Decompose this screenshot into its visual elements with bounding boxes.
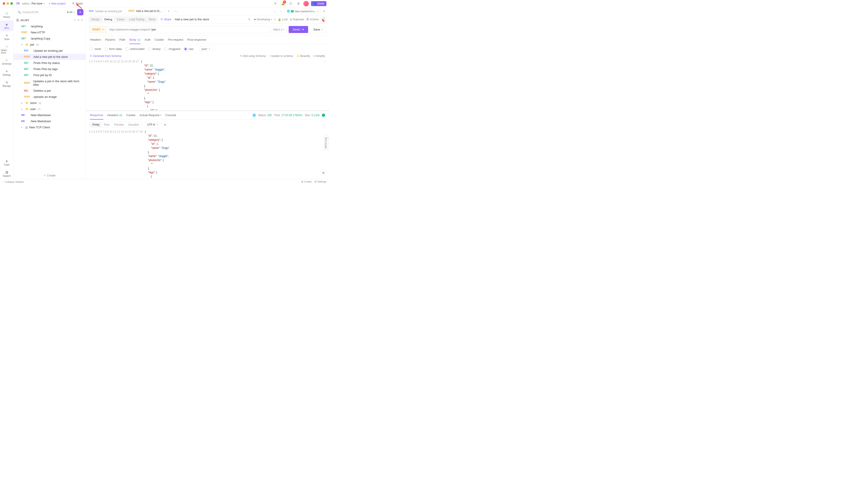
response-body-viewer[interactable]: 1 2 3 4 5 6 7 8 9 10 11 12 13 14 15 16 1… bbox=[86, 130, 329, 179]
tab-update-pet[interactable]: PUT Update an existing pet bbox=[86, 7, 125, 15]
list-item[interactable]: ▸📁store(4) bbox=[13, 100, 86, 106]
body-type-binary[interactable]: binary bbox=[148, 47, 160, 51]
list-item[interactable]: GETFind pet by ID bbox=[13, 72, 86, 78]
search-input[interactable]: 🔍 Keyword/URL bbox=[16, 10, 64, 15]
req-tab-path[interactable]: Path bbox=[119, 38, 125, 44]
raw-format-select[interactable]: json ▾ bbox=[199, 46, 213, 51]
add-button[interactable]: + bbox=[77, 9, 84, 15]
tab-debug[interactable]: Debug bbox=[102, 17, 114, 22]
rail-schemas[interactable]: ⬡Schemas bbox=[0, 56, 13, 67]
list-item[interactable]: GETFinds Pets by tags bbox=[13, 66, 86, 72]
grid-icon[interactable]: ⊞ bbox=[296, 1, 301, 6]
tab-prev[interactable]: ‹ bbox=[272, 8, 278, 14]
tab-add-pet[interactable]: POST Add a new pet to th... bbox=[125, 7, 165, 15]
sort-icon[interactable]: ⇅ bbox=[81, 19, 83, 22]
rail-apis[interactable]: ▣APIs bbox=[0, 21, 13, 31]
send-button[interactable]: Send ▾ bbox=[289, 26, 308, 33]
list-item[interactable]: ▸▤New TCP Client bbox=[13, 124, 86, 130]
panel-icon[interactable]: ◫ bbox=[288, 1, 293, 6]
list-item[interactable]: GET/anything Copy bbox=[13, 35, 86, 41]
bookmark-icon[interactable]: 🔖 bbox=[320, 18, 326, 23]
list-item[interactable]: POSTAdd a new pet to the store bbox=[13, 54, 86, 60]
rail-history[interactable]: 🕐History bbox=[0, 9, 13, 20]
all-api-header[interactable]: ☰ All API ⟳ ⚙ ⇅ bbox=[13, 17, 86, 23]
list-item[interactable]: MDNew Markdown bbox=[13, 112, 86, 118]
list-item[interactable]: DELDeletes a pet bbox=[13, 88, 86, 94]
tab-load[interactable]: Load Testing bbox=[127, 17, 147, 22]
cookie-button[interactable]: ⚙ Cookie bbox=[301, 180, 312, 183]
env-settings-icon[interactable]: ≡ bbox=[321, 8, 327, 14]
list-item[interactable]: POSTNew HTTP bbox=[13, 29, 86, 35]
edit-schema-button[interactable]: ✎ Edit using Schema bbox=[240, 55, 266, 58]
gear-icon[interactable]: ⚙ bbox=[77, 19, 80, 22]
req-tab-headers[interactable]: Headers bbox=[90, 38, 101, 44]
avatar[interactable] bbox=[303, 1, 309, 6]
maximize-window[interactable] bbox=[10, 2, 13, 5]
new-project-button[interactable]: + New project bbox=[46, 1, 68, 6]
settings-button[interactable]: ⚙ Settings bbox=[314, 180, 327, 183]
body-type-form[interactable]: form-data bbox=[105, 47, 122, 51]
save-button[interactable]: Save ▾ bbox=[310, 26, 326, 33]
req-tab-cookie[interactable]: Cookie bbox=[155, 38, 164, 44]
request-body-editor[interactable]: ⛶ 1 2 3 4 5 6 7 8 9 10 11 12 13 14 15 16… bbox=[86, 59, 329, 110]
api-status[interactable]: Developing▾ bbox=[254, 18, 272, 21]
close-window[interactable] bbox=[3, 2, 5, 5]
archive-button[interactable]: 🗄 Archive bbox=[306, 18, 319, 21]
method-select[interactable]: POST ▾ bbox=[89, 26, 107, 33]
create-button[interactable]: + Create bbox=[13, 172, 86, 179]
invite-button[interactable]: 👤 Invite bbox=[311, 1, 327, 6]
body-type-raw[interactable]: raw bbox=[184, 47, 193, 51]
notifications-icon[interactable]: 🔔5 bbox=[280, 1, 286, 6]
req-tab-auth[interactable]: Auth bbox=[145, 38, 151, 44]
list-item[interactable]: PUTUpdate an existing pet bbox=[13, 48, 86, 54]
breadcrumb[interactable]: selina / Pet store ▾ bbox=[22, 2, 44, 5]
encoding-select[interactable]: UTF-8 ▾ bbox=[145, 122, 160, 127]
refresh-icon[interactable]: ⟳ bbox=[74, 19, 76, 22]
update-schema-button[interactable]: ↑ Update to schema bbox=[269, 55, 293, 58]
expand-icon[interactable]: ⛶ bbox=[324, 60, 327, 64]
chevron-left-icon[interactable]: ‹ bbox=[3, 181, 4, 183]
chevron-down-icon[interactable]: ▾ bbox=[301, 28, 304, 31]
body-type-urlencoded[interactable]: urlencoded bbox=[125, 47, 145, 51]
resp-tab-response[interactable]: Response bbox=[90, 113, 103, 120]
list-item[interactable]: ▾📁pet(8) bbox=[13, 41, 86, 48]
filter-dropdown[interactable]: All ▾ bbox=[66, 10, 76, 14]
list-item[interactable]: POSTUpdates a pet in the store with form… bbox=[13, 78, 86, 88]
http-version-select[interactable]: http/1.1 ▾ bbox=[271, 26, 287, 33]
tab-cases[interactable]: Cases bbox=[115, 17, 127, 22]
req-tab-post[interactable]: Post-response bbox=[187, 38, 206, 44]
rail-share-docs[interactable]: ⇪Share Docs bbox=[0, 43, 13, 56]
tab-next[interactable]: › bbox=[278, 8, 284, 14]
rail-tests[interactable]: ⚗Tests bbox=[0, 32, 13, 42]
beautify-button[interactable]: ✨ Beautify bbox=[296, 55, 310, 58]
sync-icon[interactable]: ⟳ bbox=[273, 1, 278, 6]
columns-icon[interactable]: ⫴ bbox=[274, 18, 276, 21]
rail-support[interactable]: 🎧Support bbox=[0, 168, 13, 179]
req-tab-pre[interactable]: Pre-request bbox=[168, 38, 183, 44]
rail-settings[interactable]: ⚙Settings bbox=[0, 67, 13, 78]
resp-tab-console[interactable]: Console bbox=[165, 113, 176, 119]
tab-design[interactable]: Design bbox=[89, 17, 102, 22]
resp-tab-cookie[interactable]: Cookie bbox=[126, 113, 135, 119]
view-preview[interactable]: Preview bbox=[112, 122, 126, 127]
environment-select[interactable]: 🌐 H https://petstore3.s... ▾ bbox=[285, 8, 320, 14]
list-item[interactable]: GET/anything bbox=[13, 23, 86, 29]
lock-button[interactable]: 🔒 Lock bbox=[278, 18, 288, 21]
view-raw[interactable]: Raw bbox=[102, 122, 112, 127]
body-type-none[interactable]: none bbox=[90, 47, 101, 51]
rail-trash[interactable]: 🗑Trash bbox=[0, 157, 13, 168]
body-type-msgpack[interactable]: msgpack bbox=[164, 47, 180, 51]
resp-tab-actual[interactable]: Actual Request • bbox=[140, 113, 161, 119]
minimize-window[interactable] bbox=[6, 2, 9, 5]
tab-mock[interactable]: Mock bbox=[147, 17, 158, 22]
resp-tab-headers[interactable]: Headers (9) bbox=[107, 113, 122, 119]
wand-icon[interactable]: ✎ bbox=[247, 17, 252, 22]
req-tab-params[interactable]: Params bbox=[105, 38, 115, 44]
generate-from-schema-button[interactable]: ↻Generate from Schema bbox=[90, 55, 121, 58]
view-pretty[interactable]: Pretty bbox=[90, 122, 102, 127]
tab-add-button[interactable]: + bbox=[165, 9, 172, 13]
list-item[interactable]: GETFinds Pets by status bbox=[13, 60, 86, 66]
list-item[interactable]: POSTuploads an image bbox=[13, 94, 86, 100]
test-results-tab[interactable]: « Test results bbox=[324, 135, 329, 150]
rail-manage[interactable]: ⊞Manage bbox=[0, 78, 13, 89]
